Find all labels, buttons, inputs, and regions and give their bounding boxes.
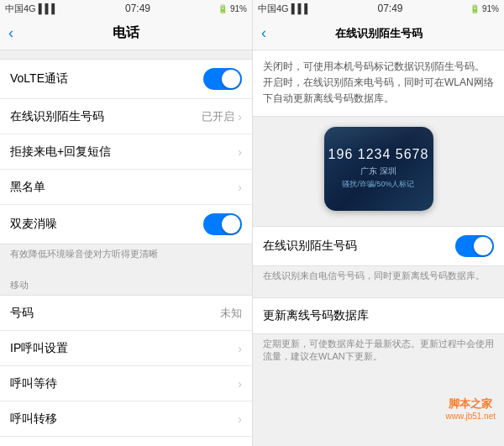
right-battery-icon: 🔋 (470, 4, 480, 13)
row-ip-call[interactable]: IP呼叫设置 › (0, 331, 252, 366)
left-battery-icon: 🔋 (218, 4, 228, 13)
right-online-section: 在线识别陌生号码 (253, 226, 504, 266)
divider-2 (253, 289, 504, 297)
left-top-section-body: VoLTE通话 在线识别陌生号码 已开启 › 拒接来电+回复短信 › (0, 59, 252, 244)
right-status-bar: 中国4G ▌▌▌ 07:49 🔋 91% (253, 0, 504, 17)
right-offline-row: 更新离线号码数据库 (253, 298, 504, 333)
phone-number: 196 1234 5678 (328, 147, 429, 162)
right-right-icons: 🔋 91% (470, 4, 499, 13)
blacklist-label: 黑名单 (10, 180, 45, 195)
left-nav-title: 电话 (113, 24, 139, 42)
phone-mock-container: 196 1234 5678 广东 深圳 骚扰/诈骗/50%人标记 (253, 117, 504, 218)
right-signal-bars: ▌▌▌ (291, 3, 311, 13)
right-online-title: 在线识别陌生号码 (263, 239, 357, 254)
right-online-toggle-knob (474, 237, 492, 255)
left-signal-bars: ▌▌▌ (39, 3, 58, 13)
phone-location: 广东 深圳 (360, 165, 396, 177)
dual-mic-toggle[interactable] (203, 213, 242, 235)
left-signal-group: 中国4G ▌▌▌ (5, 3, 58, 15)
left-mobile-section: 移动 号码 未知 IP呼叫设置 › 呼叫等待 › (0, 275, 252, 446)
right-back-button[interactable]: ‹ (261, 24, 266, 42)
row-online-id[interactable]: 在线识别陌生号码 已开启 › (0, 99, 252, 134)
phone-spam-label: 骚扰/诈骗/50%人标记 (342, 179, 414, 190)
left-nav-bar: ‹ 电话 (0, 17, 252, 50)
number-label: 号码 (10, 306, 34, 321)
right-signal-group: 中国4G ▌▌▌ (258, 3, 311, 15)
right-battery-pct: 91% (482, 4, 499, 13)
left-content: VoLTE通话 在线识别陌生号码 已开启 › 拒接来电+回复短信 › (0, 50, 252, 446)
reject-arrow: › (238, 145, 242, 159)
reject-label: 拒接来电+回复短信 (10, 144, 111, 160)
right-online-toggle[interactable] (455, 235, 494, 257)
call-forward-label: 呼叫转移 (10, 412, 57, 427)
dual-mic-toggle-knob (222, 215, 240, 233)
dual-mic-label: 双麦消噪 (10, 217, 57, 232)
left-status-bar: 中国4G ▌▌▌ 07:49 🔋 91% (0, 0, 252, 17)
right-signal1: 中国4G (258, 3, 289, 15)
number-value: 未知 (220, 306, 242, 321)
volte-toggle-knob (222, 70, 240, 88)
row-call-forward[interactable]: 呼叫转移 › (0, 401, 252, 437)
left-time: 07:49 (125, 3, 150, 14)
row-reject[interactable]: 拒接来电+回复短信 › (0, 134, 252, 170)
left-back-button[interactable]: ‹ (8, 24, 13, 42)
dual-mic-desc: 有效降低环境噪音使对方听得更清晰 (0, 244, 252, 267)
left-signal1: 中国4G (5, 3, 36, 15)
row-dual-mic[interactable]: 双麦消噪 (0, 205, 252, 244)
volte-toggle[interactable] (203, 68, 242, 90)
divider-1 (253, 218, 504, 226)
blacklist-arrow: › (238, 181, 242, 194)
row-call-wait[interactable]: 呼叫等待 › (0, 366, 252, 401)
row-volte[interactable]: VoLTE通话 (0, 60, 252, 99)
right-time: 07:49 (378, 3, 403, 14)
ip-call-label: IP呼叫设置 (10, 341, 68, 356)
right-nav-bar: ‹ 在线识别陌生号码 (253, 17, 504, 50)
online-id-arrow: › (238, 110, 242, 123)
call-wait-label: 呼叫等待 (10, 376, 57, 391)
right-nav-title: 在线识别陌生号码 (335, 26, 423, 41)
right-content: 关闭时，可使用本机号码标记数据识别陌生号码。开启时，在线识别陌来电号码，同时可在… (253, 50, 504, 446)
row-number: 号码 未知 (0, 296, 252, 331)
right-offline-desc: 定期更新，可使数据库处于最新状态。更新过程中会使用流量，建议在WLAN下更新。 (253, 334, 504, 370)
volte-label: VoLTE通话 (10, 71, 68, 87)
online-id-label: 在线识别陌生号码 (10, 109, 104, 124)
right-panel: 中国4G ▌▌▌ 07:49 🔋 91% ‹ 在线识别陌生号码 关闭时，可使用本… (253, 0, 504, 446)
right-online-row[interactable]: 在线识别陌生号码 (253, 227, 504, 265)
left-battery-pct: 91% (230, 4, 247, 13)
mobile-section-body: 号码 未知 IP呼叫设置 › 呼叫等待 › 呼叫转移 › (0, 295, 252, 446)
ip-call-arrow: › (238, 342, 242, 355)
call-wait-arrow: › (238, 377, 242, 391)
row-call-restrict[interactable]: 呼叫限制 › (0, 437, 252, 446)
online-id-text: 已开启 (202, 109, 234, 124)
left-top-section: VoLTE通话 在线识别陌生号码 已开启 › 拒接来电+回复短信 › (0, 59, 252, 267)
phone-display: 196 1234 5678 广东 深圳 骚扰/诈骗/50%人标记 (324, 127, 433, 211)
online-id-value: 已开启 › (202, 109, 242, 124)
row-blacklist[interactable]: 黑名单 › (0, 170, 252, 205)
right-description: 关闭时，可使用本机号码标记数据识别陌生号码。开启时，在线识别陌来电号码，同时可在… (253, 50, 504, 117)
right-offline-section: 更新离线号码数据库 (253, 297, 504, 334)
right-online-desc: 在线识别来自电信号号码，同时更新离线号码数据库。 (253, 266, 504, 289)
left-right-icons: 🔋 91% (218, 4, 247, 13)
right-offline-title: 更新离线号码数据库 (263, 308, 369, 323)
call-forward-arrow: › (238, 412, 242, 426)
mobile-section-header: 移动 (0, 275, 252, 295)
left-panel: 中国4G ▌▌▌ 07:49 🔋 91% ‹ 电话 VoLTE通话 (0, 0, 253, 446)
